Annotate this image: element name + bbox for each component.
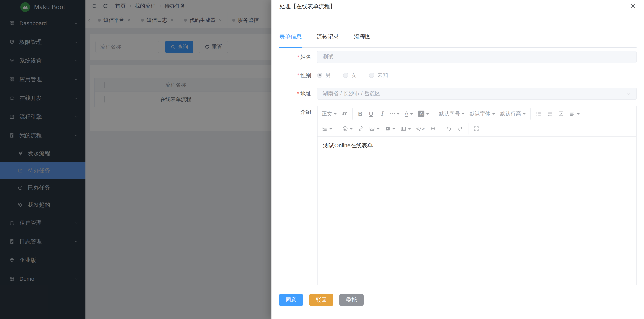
chevron-down-icon — [626, 91, 632, 96]
todo-list-button[interactable] — [556, 108, 566, 120]
table-dropdown[interactable] — [398, 123, 414, 135]
caret-down-icon — [334, 113, 336, 116]
bold-button[interactable]: B — [355, 108, 366, 120]
gender-radio-group: 男 女 未知 — [317, 69, 636, 81]
drawer-tabs: 表单信息 流转记录 流程图 — [279, 15, 636, 48]
process-form: 姓名 性别 男 女 — [279, 51, 636, 306]
address-cascader[interactable]: 湖南省 / 长沙市 / 岳麓区 — [317, 88, 636, 100]
more-styles-dropdown[interactable] — [387, 108, 402, 120]
caret-down-icon — [330, 128, 332, 131]
bullet-list-button[interactable] — [533, 108, 544, 120]
intro-label: 介绍 — [279, 106, 317, 118]
code-block-button[interactable]: </> — [414, 123, 428, 135]
gender-label: 性别 — [279, 69, 317, 81]
tab-flow-records[interactable]: 流转记录 — [316, 33, 339, 47]
caret-down-icon — [392, 128, 395, 131]
delegate-button[interactable]: 委托 — [339, 294, 364, 306]
drawer-actions: 同意 驳回 委托 — [279, 294, 636, 306]
font-size-dropdown[interactable]: 默认字号 — [436, 108, 467, 120]
caret-down-icon — [377, 128, 380, 131]
radio-label: 未知 — [377, 72, 388, 79]
toolbar-divider — [352, 108, 352, 120]
caret-down-icon — [426, 113, 429, 116]
toolbar-divider — [441, 123, 441, 134]
drawer-title: 处理【在线表单流程】 — [280, 3, 336, 10]
link-button[interactable] — [355, 123, 366, 135]
caret-down-icon — [350, 128, 352, 131]
indent-dropdown[interactable] — [319, 123, 335, 135]
address-label: 地址 — [279, 88, 317, 100]
image-dropdown[interactable] — [366, 123, 382, 135]
caret-down-icon — [410, 113, 413, 116]
process-drawer: 处理【在线表单流程】 表单信息 流转记录 流程图 姓名 性别 — [272, 0, 644, 319]
caret-down-icon — [462, 113, 464, 116]
tab-flow-diagram[interactable]: 流程图 — [354, 33, 371, 47]
font-family-dropdown[interactable]: 默认字体 — [467, 108, 498, 120]
caret-down-icon — [492, 113, 495, 116]
radio-icon — [343, 73, 348, 78]
editor-toolbar-row-2: </> — [319, 121, 635, 136]
form-row-address: 地址 湖南省 / 长沙市 / 岳麓区 — [279, 88, 636, 100]
radio-label: 男 — [325, 72, 331, 79]
divider-button[interactable] — [428, 123, 438, 135]
fullscreen-button[interactable] — [471, 123, 482, 135]
toolbar-divider — [530, 108, 531, 120]
editor-toolbar-row-1: 正文 “ B U I A A 默认 — [319, 106, 635, 121]
radio-selected-icon — [317, 73, 322, 78]
radio-male[interactable]: 男 — [317, 72, 331, 79]
caret-down-icon — [577, 113, 580, 116]
underline-button[interactable]: U — [366, 108, 376, 120]
close-icon[interactable] — [630, 3, 636, 9]
emoji-dropdown[interactable] — [340, 123, 355, 135]
video-dropdown[interactable] — [382, 123, 398, 135]
align-dropdown[interactable] — [566, 108, 582, 120]
form-row-gender: 性别 男 女 未知 — [279, 69, 636, 81]
form-row-intro: 介绍 正文 “ B U I — [279, 106, 636, 285]
caret-down-icon — [397, 113, 400, 116]
blockquote-button[interactable]: “ — [339, 108, 350, 120]
radio-icon — [369, 73, 374, 78]
caret-down-icon — [523, 113, 526, 116]
radio-label: 女 — [351, 72, 357, 79]
highlight-color-dropdown[interactable]: A — [416, 108, 432, 120]
font-color-dropdown[interactable]: A — [402, 108, 416, 120]
radio-female[interactable]: 女 — [343, 72, 357, 79]
editor-content[interactable]: 测试Online在线表单 — [318, 137, 636, 155]
name-label: 姓名 — [279, 51, 317, 63]
toolbar-divider — [337, 123, 337, 134]
paragraph-style-dropdown[interactable]: 正文 — [319, 108, 339, 120]
drawer-body: 表单信息 流转记录 流程图 姓名 性别 男 — [272, 15, 644, 306]
italic-button[interactable]: I — [376, 108, 387, 120]
editor-toolbar: 正文 “ B U I A A 默认 — [318, 106, 636, 137]
form-row-name: 姓名 — [279, 51, 636, 63]
radio-unknown[interactable]: 未知 — [369, 72, 388, 79]
redo-button[interactable] — [455, 123, 466, 135]
caret-down-icon — [408, 128, 411, 131]
rich-text-editor: 正文 “ B U I A A 默认 — [317, 106, 636, 285]
app-root: Maku Boot Dashboard 权限管理 系统设置 应用管理 — [0, 0, 644, 319]
name-field[interactable] — [317, 51, 636, 63]
toolbar-divider — [434, 108, 434, 120]
tab-form-info[interactable]: 表单信息 — [279, 33, 302, 47]
line-height-dropdown[interactable]: 默认行高 — [498, 108, 528, 120]
drawer-header: 处理【在线表单流程】 — [272, 0, 644, 15]
ordered-list-button[interactable] — [544, 108, 556, 120]
reject-button[interactable]: 驳回 — [309, 294, 334, 306]
toolbar-divider — [468, 123, 468, 134]
address-value: 湖南省 / 长沙市 / 岳麓区 — [322, 90, 380, 97]
approve-button[interactable]: 同意 — [279, 294, 303, 306]
undo-button[interactable] — [444, 123, 455, 135]
